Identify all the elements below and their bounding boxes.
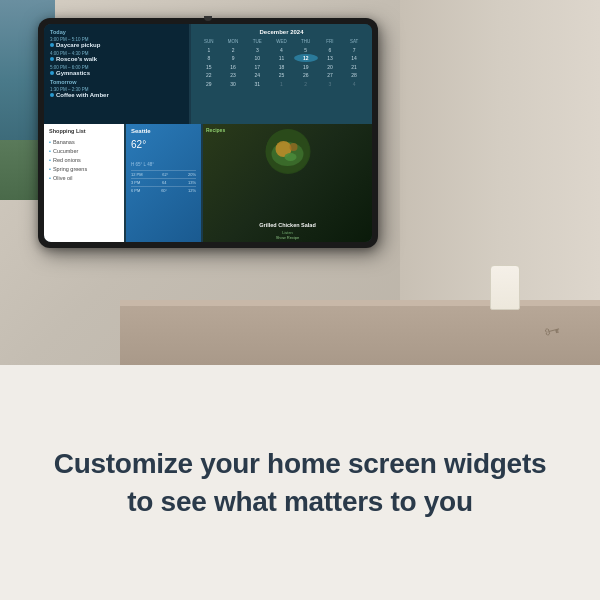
weather-forecast: 12 PM 62° 20% 3 PM 64 13% 6 PM 60° 1 <box>131 170 196 194</box>
cal-header-mon: MON <box>221 38 245 45</box>
weather-widget: Seattle 62° H 65° L 48° 12 PM 62° 20% <box>126 124 201 242</box>
cal-day-27: 27 <box>318 71 342 79</box>
shopping-title: Shopping List <box>49 128 119 134</box>
shopping-item-5: Olive oil <box>49 173 119 182</box>
cal-day-8: 8 <box>197 54 221 62</box>
recipe-widget: Recipes Grilled Chicken Salad Listen <box>203 124 372 242</box>
calendar-widget: December 2024 SUN MON TUE WED THU FRI SA… <box>191 24 372 124</box>
cal-day-20: 20 <box>318 63 342 71</box>
cal-day-next-4: 4 <box>342 80 366 88</box>
shelf-top <box>120 300 600 306</box>
recipe-plate <box>265 129 310 174</box>
cal-header-fri: FRI <box>318 38 342 45</box>
cal-day-13: 13 <box>318 54 342 62</box>
cal-day-10: 10 <box>245 54 269 62</box>
cal-day-12-today: 12 <box>294 54 318 62</box>
events-widget: Today 3:00 PM – 5:10 PM Daycare pickup 4… <box>44 24 189 124</box>
weather-unit: ° <box>142 140 146 150</box>
svg-point-3 <box>284 153 296 161</box>
event-1-dot <box>50 43 54 47</box>
cal-day-2: 2 <box>221 46 245 54</box>
shopping-item-1: Bananas <box>49 137 119 146</box>
event-2: 4:00 PM – 4:30 PM Roscoe's walk <box>50 51 183 62</box>
cal-header-wed: WED <box>270 38 294 45</box>
event-3: 5:00 PM – 6:00 PM Gymnastics <box>50 65 183 76</box>
event-4-title: Coffee with Amber <box>56 92 109 98</box>
photo-area: 🗝 Today 3:00 PM – 5:10 PM Daycare pickup <box>0 0 600 370</box>
cal-day-3: 3 <box>245 46 269 54</box>
cal-day-25: 25 <box>270 71 294 79</box>
shopping-item-3: Red onions <box>49 155 119 164</box>
event-3-title: Gymnastics <box>56 70 90 76</box>
forecast-row-2: 3 PM 64 13% <box>131 178 196 186</box>
camera-dot <box>204 16 212 21</box>
cal-day-29: 29 <box>197 80 221 88</box>
cal-day-15: 15 <box>197 63 221 71</box>
shopping-item-2: Cucumber <box>49 146 119 155</box>
forecast-row-1: 12 PM 62° 20% <box>131 170 196 178</box>
candle-jar <box>490 265 520 310</box>
cal-day-18: 18 <box>270 63 294 71</box>
event-2-dot <box>50 57 54 61</box>
cal-day-19: 19 <box>294 63 318 71</box>
calendar-grid: SUN MON TUE WED THU FRI SAT 1 2 3 4 5 6 <box>197 38 366 88</box>
cal-day-next-2: 2 <box>294 80 318 88</box>
weather-temperature: 62° <box>131 136 196 160</box>
cal-day-14: 14 <box>342 54 366 62</box>
cal-day-next-3: 3 <box>318 80 342 88</box>
cal-day-4: 4 <box>270 46 294 54</box>
calendar-month: December 2024 <box>197 29 366 35</box>
weather-city: Seattle <box>131 128 196 134</box>
candle-jar-container <box>490 265 520 310</box>
cal-day-1: 1 <box>197 46 221 54</box>
text-area: Customize your home screen widgets to se… <box>0 365 600 600</box>
event-1-title: Daycare pickup <box>56 42 100 48</box>
cal-day-next-1: 1 <box>270 80 294 88</box>
today-label: Today <box>50 29 183 35</box>
device-screen: Today 3:00 PM – 5:10 PM Daycare pickup 4… <box>44 24 372 242</box>
event-4: 1:30 PM – 2:30 PM Coffee with Amber <box>50 87 183 98</box>
screen-bottom-row: Shopping List Bananas Cucumber Red onion… <box>44 124 372 242</box>
recipe-header-label: Recipes <box>206 127 225 133</box>
recipe-title: Grilled Chicken Salad <box>203 222 372 228</box>
cal-day-7: 7 <box>342 46 366 54</box>
cal-day-6: 6 <box>318 46 342 54</box>
cal-header-thu: THU <box>294 38 318 45</box>
device-frame: Today 3:00 PM – 5:10 PM Daycare pickup 4… <box>38 18 378 248</box>
cal-day-5: 5 <box>294 46 318 54</box>
cal-day-31: 31 <box>245 80 269 88</box>
cal-header-tue: TUE <box>245 38 269 45</box>
cal-day-22: 22 <box>197 71 221 79</box>
recipe-plate-image <box>265 129 310 174</box>
event-4-dot <box>50 93 54 97</box>
event-2-title: Roscoe's walk <box>56 56 97 62</box>
cal-header-sat: SAT <box>342 38 366 45</box>
cal-day-16: 16 <box>221 63 245 71</box>
cal-day-11: 11 <box>270 54 294 62</box>
shelf <box>120 300 600 370</box>
screen-top-row: Today 3:00 PM – 5:10 PM Daycare pickup 4… <box>44 24 372 124</box>
svg-point-4 <box>289 143 297 151</box>
cal-header-sun: SUN <box>197 38 221 45</box>
cal-day-26: 26 <box>294 71 318 79</box>
shopping-item-4: Spring greens <box>49 164 119 173</box>
cal-day-9: 9 <box>221 54 245 62</box>
cal-day-21: 21 <box>342 63 366 71</box>
event-3-dot <box>50 71 54 75</box>
cal-day-17: 17 <box>245 63 269 71</box>
event-1: 3:00 PM – 5:10 PM Daycare pickup <box>50 37 183 48</box>
tomorrow-label: Tomorrow <box>50 79 183 85</box>
cal-day-28: 28 <box>342 71 366 79</box>
cal-day-30: 30 <box>221 80 245 88</box>
shopping-list-widget: Shopping List Bananas Cucumber Red onion… <box>44 124 124 242</box>
tagline-text: Customize your home screen widgets to se… <box>40 445 560 521</box>
cal-day-23: 23 <box>221 71 245 79</box>
recipe-show-button[interactable]: Show Recipe <box>203 235 372 240</box>
weather-range: H 65° L 48° <box>131 162 196 167</box>
cal-day-24: 24 <box>245 71 269 79</box>
forecast-row-3: 6 PM 60° 12% <box>131 186 196 194</box>
